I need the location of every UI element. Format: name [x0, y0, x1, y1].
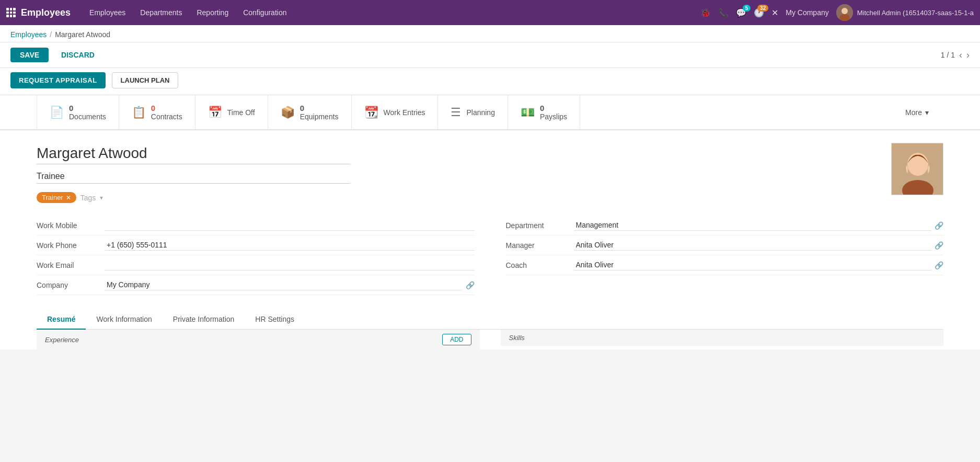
smart-btn-documents[interactable]: 📄 0 Documents: [37, 95, 119, 130]
manager-field-actions: 🔗: [935, 241, 943, 250]
smart-btn-equipments[interactable]: 📦 0 Equipments: [268, 95, 352, 130]
menu-departments[interactable]: Departments: [134, 6, 188, 19]
department-external-link-icon[interactable]: 🔗: [935, 221, 943, 230]
skills-section: Skills: [501, 330, 944, 350]
documents-icon: 📄: [50, 106, 64, 119]
tag-row: Trainer ✕ Tags ▾: [37, 192, 891, 203]
breadcrumb-parent[interactable]: Employees: [10, 30, 47, 39]
close-icon[interactable]: ✕: [771, 8, 778, 18]
trainer-tag[interactable]: Trainer ✕: [37, 192, 76, 203]
next-arrow[interactable]: ›: [966, 50, 970, 61]
payslips-icon: 💵: [521, 106, 535, 119]
company-label: Company: [37, 281, 105, 289]
work-email-label: Work Email: [37, 261, 105, 269]
work-phone-input[interactable]: [105, 240, 475, 251]
prev-arrow[interactable]: ‹: [959, 50, 962, 61]
tags-dropdown-icon[interactable]: ▾: [100, 194, 103, 201]
request-appraisal-button[interactable]: REQUEST APPRAISAL: [10, 72, 106, 88]
chat-icon[interactable]: 💬 5: [736, 8, 746, 18]
employee-fields: Work Mobile Work Phone Work Email Compan…: [37, 216, 943, 295]
smart-btn-work-entries[interactable]: 📆 Work Entries: [352, 95, 439, 130]
field-coach: Coach Anita Oliver 🔗: [506, 255, 944, 275]
tag-remove-icon[interactable]: ✕: [66, 194, 71, 201]
menu-employees[interactable]: Employees: [83, 6, 132, 19]
smart-btn-payslips[interactable]: 💵 0 Payslips: [508, 95, 580, 130]
app-logo[interactable]: Employees: [6, 7, 71, 18]
fields-right: Department Management 🔗 Manager Anita Ol…: [506, 216, 944, 295]
add-experience-button[interactable]: ADD: [442, 334, 471, 345]
employee-header-left: Trainer ✕ Tags ▾: [37, 143, 891, 203]
chat-badge: 5: [743, 5, 751, 12]
experience-label: Experience: [45, 336, 79, 344]
field-work-mobile: Work Mobile: [37, 216, 475, 235]
work-mobile-label: Work Mobile: [37, 221, 105, 230]
experience-header: Experience ADD: [37, 330, 480, 350]
more-button[interactable]: More ▾: [891, 95, 943, 129]
company-select[interactable]: My Company: [105, 279, 463, 290]
manager-external-link-icon[interactable]: 🔗: [935, 241, 943, 250]
tab-work-information[interactable]: Work Information: [86, 310, 162, 330]
field-department: Department Management 🔗: [506, 216, 944, 235]
menu-configuration[interactable]: Configuration: [237, 6, 293, 19]
tab-private-information[interactable]: Private Information: [163, 310, 245, 330]
employee-form: Trainer ✕ Tags ▾: [0, 130, 980, 350]
payslips-count: 0: [540, 104, 544, 112]
avatar: [836, 4, 853, 21]
app-title: Employees: [21, 7, 71, 18]
work-entries-icon: 📆: [364, 106, 378, 119]
employee-name-input[interactable]: [37, 143, 350, 164]
coach-external-link-icon[interactable]: 🔗: [935, 261, 943, 269]
resume-tab-content: Experience ADD Skills: [37, 330, 943, 350]
tab-hr-settings[interactable]: HR Settings: [245, 310, 305, 330]
employee-job-title-input[interactable]: [37, 170, 350, 184]
employee-photo[interactable]: [891, 143, 943, 195]
field-work-phone: Work Phone: [37, 235, 475, 255]
user-profile[interactable]: Mitchell Admin (16514037-saas-15-1-a: [836, 4, 974, 21]
save-button[interactable]: SAVE: [10, 48, 49, 62]
work-email-input[interactable]: [105, 260, 475, 271]
coach-field-actions: 🔗: [935, 261, 943, 269]
phone-icon[interactable]: 📞: [718, 8, 729, 18]
smart-btn-planning[interactable]: ☰ Planning: [438, 95, 508, 130]
launch-plan-button[interactable]: LAUNCH PLAN: [112, 72, 179, 88]
contracts-count: 0: [151, 104, 155, 112]
company-external-link-icon[interactable]: 🔗: [466, 281, 475, 289]
coach-label: Coach: [506, 261, 574, 269]
documents-count: 0: [69, 104, 73, 112]
employee-photo-svg: [892, 143, 943, 195]
contracts-label: Contracts: [151, 112, 182, 121]
field-work-email: Work Email: [37, 255, 475, 275]
department-field-actions: 🔗: [935, 221, 943, 230]
smart-btn-time-off[interactable]: 📅 Time Off: [195, 95, 268, 130]
work-phone-label: Work Phone: [37, 241, 105, 250]
fields-left: Work Mobile Work Phone Work Email Compan…: [37, 216, 475, 295]
menu-reporting[interactable]: Reporting: [190, 6, 235, 19]
breadcrumb: Employees / Margaret Atwood: [0, 25, 980, 42]
bug-icon[interactable]: 🐞: [700, 8, 711, 18]
discard-button[interactable]: DISCARD: [55, 48, 101, 62]
smart-btn-contracts[interactable]: 📋 0 Contracts: [119, 95, 195, 130]
manager-label: Manager: [506, 241, 574, 250]
tags-placeholder[interactable]: Tags: [80, 194, 96, 202]
user-name: Mitchell Admin (16514037-saas-15-1-a: [857, 9, 974, 17]
payslips-label: Payslips: [540, 112, 567, 121]
clock-icon[interactable]: 🕐 32: [754, 8, 764, 18]
tab-resume[interactable]: Resumé: [37, 310, 86, 330]
coach-select[interactable]: Anita Oliver: [574, 260, 932, 271]
action-bar: REQUEST APPRAISAL LAUNCH PLAN: [0, 68, 980, 95]
top-actions: 🐞 📞 💬 5 🕐 32 ✕ My Company Mitchell Admin…: [700, 4, 974, 21]
equipments-icon: 📦: [281, 106, 295, 119]
work-mobile-input[interactable]: [105, 220, 475, 231]
work-entries-label: Work Entries: [384, 108, 425, 117]
tag-label: Trainer: [42, 194, 63, 201]
breadcrumb-current: Margaret Atwood: [55, 30, 110, 39]
field-company: Company My Company 🔗: [37, 275, 475, 295]
manager-select[interactable]: Anita Oliver: [574, 240, 932, 251]
main-menu: Employees Departments Reporting Configur…: [83, 6, 700, 19]
field-manager: Manager Anita Oliver 🔗: [506, 235, 944, 255]
skills-header: Skills: [501, 330, 944, 346]
more-chevron-icon: ▾: [925, 108, 929, 117]
contracts-icon: 📋: [132, 106, 146, 119]
time-off-icon: 📅: [208, 106, 222, 119]
department-select[interactable]: Management: [574, 220, 932, 231]
